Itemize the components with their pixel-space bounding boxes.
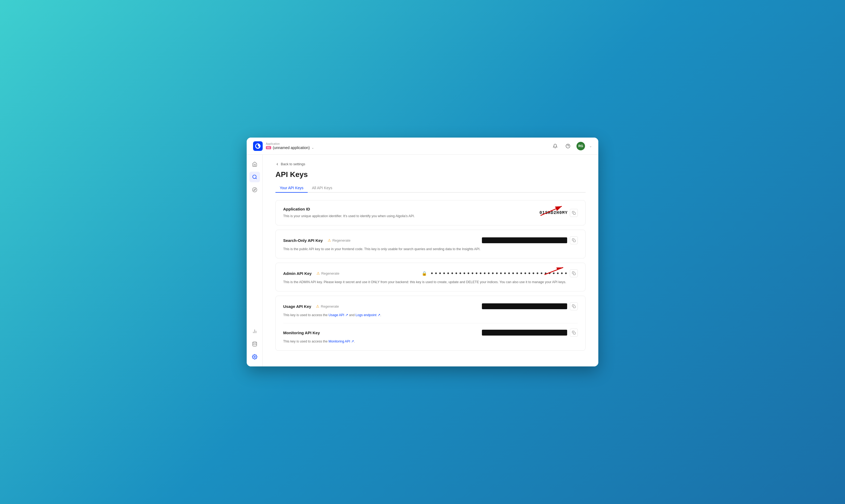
main-content: Back to settings API Keys Your API Keys … <box>263 155 598 366</box>
app-badge: 01 <box>266 146 271 149</box>
header: Application 01 (unnamed application) ⌄ <box>247 138 598 155</box>
algolia-logo <box>253 141 263 151</box>
sidebar-search-icon[interactable] <box>249 172 260 182</box>
svg-line-4 <box>256 178 257 179</box>
svg-point-11 <box>254 356 255 358</box>
admin-key-header: Admin API Key ⚠ Regenerate <box>283 269 578 277</box>
monitoring-key-copy-button[interactable] <box>570 329 578 337</box>
usage-key-masked-value <box>482 303 567 309</box>
search-key-copy-button[interactable] <box>570 236 578 244</box>
app-label: Application <box>266 142 548 145</box>
monitoring-api-link[interactable]: Monitoring API ↗ <box>328 340 354 343</box>
svg-rect-18 <box>573 273 575 275</box>
svg-point-5 <box>252 187 257 192</box>
usage-key-copy-button[interactable] <box>570 302 578 310</box>
admin-key-card: Admin API Key ⚠ Regenerate <box>275 263 586 291</box>
usage-key-title: Usage API Key ⚠ Regenerate <box>283 303 341 309</box>
admin-key-copy-button[interactable] <box>570 269 578 277</box>
search-key-masked-value <box>482 237 567 243</box>
svg-rect-20 <box>573 332 575 334</box>
help-button[interactable] <box>564 142 572 150</box>
svg-point-3 <box>253 175 256 179</box>
usage-api-link[interactable]: Usage API ↗ <box>328 313 348 317</box>
sidebar-home-icon[interactable] <box>249 159 260 169</box>
usage-key-desc: This key is used to access the Usage API… <box>283 312 578 318</box>
application-id-card: Application ID This is your unique appli… <box>275 200 586 226</box>
app-name-row[interactable]: 01 (unnamed application) ⌄ <box>266 146 548 150</box>
app-id-left: Application ID This is your unique appli… <box>283 207 415 219</box>
bottom-keys-card: Usage API Key ⚠ Regenerate <box>275 295 586 351</box>
tab-all-api-keys[interactable]: All API Keys <box>308 184 337 193</box>
notifications-button[interactable] <box>551 142 559 150</box>
usage-key-header: Usage API Key ⚠ Regenerate <box>283 302 578 310</box>
admin-key-desc: This is the ADMIN API key. Please keep i… <box>283 280 578 285</box>
search-key-header: Search-Only API Key ⚠ Regenerate <box>283 236 578 244</box>
admin-key-dots: •••••••••••••••••••••••••••••••••• <box>430 270 568 277</box>
monitoring-key-value-area <box>482 329 578 337</box>
sidebar-bottom <box>249 326 260 362</box>
svg-rect-0 <box>253 141 263 151</box>
sidebar-analytics-icon[interactable] <box>249 326 260 337</box>
app-id-value: 01SHD2H0MY <box>539 211 568 215</box>
monitoring-key-title: Monitoring API Key <box>283 330 320 335</box>
app-id-value-wrap: 01SHD2H0MY <box>539 209 578 217</box>
warning-icon: ⚠ <box>328 238 331 242</box>
page-title: API Keys <box>275 170 586 179</box>
admin-warning-icon: ⚠ <box>316 271 320 275</box>
search-key-desc: This is the public API key to use in you… <box>283 247 578 252</box>
sidebar-settings-icon[interactable] <box>249 352 260 362</box>
search-key-regenerate-button[interactable]: ⚠ Regenerate <box>326 237 353 243</box>
app-id-title: Application ID <box>283 207 415 211</box>
chevron-down-icon: ⌄ <box>311 146 314 149</box>
usage-key-value-area <box>482 302 578 310</box>
avatar-initials: RG <box>578 144 583 148</box>
search-key-title: Search-Only API Key ⚠ Regenerate <box>283 237 353 243</box>
svg-marker-6 <box>254 189 256 191</box>
monitoring-key-masked-value <box>482 330 567 336</box>
sidebar <box>247 155 263 366</box>
back-link-label: Back to settings <box>281 162 305 166</box>
app-id-desc: This is your unique application identifi… <box>283 213 415 219</box>
svg-rect-15 <box>573 240 575 242</box>
app-name-text: (unnamed application) <box>273 146 310 150</box>
app-id-copy-button[interactable] <box>570 209 578 217</box>
app-info: Application 01 (unnamed application) ⌄ <box>266 142 548 150</box>
sidebar-discover-icon[interactable] <box>249 184 260 195</box>
admin-key-regenerate-button[interactable]: ⚠ Regenerate <box>314 270 342 276</box>
tab-your-api-keys[interactable]: Your API Keys <box>275 184 308 193</box>
admin-key-value-wrap: 🔒 •••••••••••••••••••••••••••••••••• <box>422 269 578 277</box>
tabs-container: Your API Keys All API Keys <box>275 184 586 193</box>
sidebar-database-icon[interactable] <box>249 339 260 349</box>
monitoring-key-section: Monitoring API Key This <box>283 329 578 344</box>
svg-point-10 <box>253 342 257 343</box>
lock-icon: 🔒 <box>422 271 427 276</box>
monitoring-key-desc: This key is used to access the Monitorin… <box>283 339 578 344</box>
user-menu-chevron[interactable]: ⌄ <box>589 144 592 148</box>
logs-endpoint-link[interactable]: Logs endpoint ↗ <box>356 313 380 317</box>
monitoring-key-header: Monitoring API Key <box>283 329 578 337</box>
search-key-value-area <box>482 236 578 244</box>
svg-rect-19 <box>573 306 575 308</box>
app-window: Application 01 (unnamed application) ⌄ <box>247 138 598 366</box>
layout: Back to settings API Keys Your API Keys … <box>247 155 598 366</box>
usage-key-regenerate-button[interactable]: ⚠ Regenerate <box>314 303 341 309</box>
svg-rect-14 <box>573 212 575 215</box>
admin-key-title: Admin API Key ⚠ Regenerate <box>283 270 342 276</box>
usage-key-section: Usage API Key ⚠ Regenerate <box>283 302 578 323</box>
back-to-settings-link[interactable]: Back to settings <box>275 162 586 166</box>
search-only-key-card: Search-Only API Key ⚠ Regenerate <box>275 230 586 258</box>
avatar[interactable]: RG <box>576 142 585 150</box>
app-id-row: Application ID This is your unique appli… <box>283 207 578 219</box>
header-right: RG ⌄ <box>551 142 592 150</box>
usage-warning-icon: ⚠ <box>316 304 320 308</box>
